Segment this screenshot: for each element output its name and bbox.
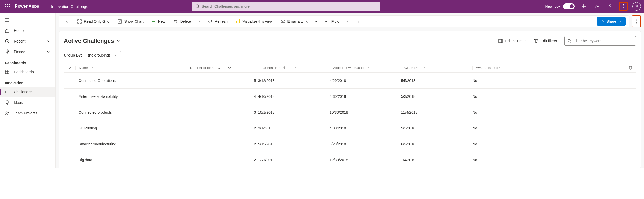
column-header-awards[interactable]: Awards issued?	[472, 66, 625, 70]
flow-split-chevron[interactable]	[343, 17, 352, 26]
table-row[interactable]: Connected Operations53/12/20184/29/20185…	[64, 73, 636, 89]
delete-button[interactable]: Delete	[170, 17, 195, 26]
sidebar: Home Recent Pinned Dashboards Dashboards…	[0, 13, 56, 168]
waffle-icon[interactable]	[3, 2, 12, 11]
cell-accept[interactable]: 5/29/2018	[330, 142, 401, 146]
table-row[interactable]: Big data212/1/201812/30/20181/4/2019No	[64, 152, 636, 168]
sidebar-item-dashboards[interactable]: Dashboards	[0, 67, 55, 77]
edit-filters-button[interactable]: Edit filters	[534, 39, 557, 43]
cell-accept[interactable]: 4/30/2018	[330, 94, 401, 99]
sidebar-item-ideas[interactable]: Ideas	[0, 97, 55, 108]
global-search[interactable]	[192, 2, 380, 11]
cell-launch[interactable]: 3/1/2018	[258, 126, 330, 130]
copilot-header-button[interactable]	[619, 2, 628, 11]
read-only-grid-button[interactable]: Read Only Grid	[73, 17, 113, 26]
cell-ideas[interactable]: 4	[187, 94, 258, 99]
sidebar-item-recent[interactable]: Recent	[0, 36, 55, 47]
select-all-checkbox[interactable]	[64, 66, 75, 70]
edit-columns-button[interactable]: Edit columns	[498, 39, 526, 43]
app-title[interactable]: Innovation Challenge	[48, 4, 88, 9]
share-icon	[600, 19, 604, 24]
cell-launch[interactable]: 12/1/2018	[258, 158, 330, 162]
sidebar-item-challenges[interactable]: Challenges	[0, 87, 55, 97]
svg-point-36	[358, 20, 359, 21]
overflow-button[interactable]	[352, 17, 364, 26]
cell-name[interactable]: Smarter manufacturing	[75, 142, 187, 146]
cell-accept[interactable]: 12/30/2018	[330, 158, 401, 162]
cell-ideas[interactable]: 2	[187, 158, 258, 162]
sidebar-item-home[interactable]: Home	[0, 25, 55, 36]
cell-close[interactable]: 5/3/2018	[401, 126, 472, 130]
avatar[interactable]: ST	[632, 2, 641, 11]
view-selector[interactable]: Active Challenges	[64, 38, 120, 44]
new-look-toggle[interactable]: New look	[545, 3, 575, 9]
new-button[interactable]: New	[148, 17, 169, 26]
flow-button[interactable]: Flow	[321, 17, 343, 26]
grid-icon	[77, 19, 82, 24]
refresh-button[interactable]: Refresh	[204, 17, 231, 26]
cell-name[interactable]: Connected Operations	[75, 78, 187, 83]
table-row[interactable]: 3D Printing23/1/20184/30/20185/3/2018No	[64, 120, 636, 136]
cell-close[interactable]: 5/3/2018	[401, 94, 472, 99]
cell-awards[interactable]: No	[472, 126, 636, 130]
app-name[interactable]: Power Apps	[15, 4, 42, 9]
column-header-close[interactable]: Close Date	[401, 66, 472, 70]
cell-close[interactable]: 1/4/2019	[401, 158, 472, 162]
copilot-panel-button[interactable]	[632, 15, 641, 27]
main-content: Read Only Grid Show Chart New Delete	[56, 13, 644, 168]
cell-launch[interactable]: 10/1/2018	[258, 110, 330, 114]
back-button[interactable]	[61, 17, 73, 26]
cell-awards[interactable]: No	[472, 158, 636, 162]
cell-ideas[interactable]: 3	[187, 110, 258, 114]
cell-close[interactable]: 6/2/2018	[401, 142, 472, 146]
table-row[interactable]: Enterprise sustainability44/16/20184/30/…	[64, 89, 636, 104]
sidebar-item-pinned[interactable]: Pinned	[0, 47, 55, 57]
column-header-name[interactable]: Name	[75, 66, 187, 70]
cell-awards[interactable]: No	[472, 142, 636, 146]
cell-ideas[interactable]: 2	[187, 142, 258, 146]
cell-awards[interactable]: No	[472, 94, 636, 99]
cell-awards[interactable]: No	[472, 110, 636, 114]
search-input[interactable]	[202, 4, 377, 8]
cell-name[interactable]: Big data	[75, 158, 187, 162]
cell-close[interactable]: 11/4/2018	[401, 110, 472, 114]
settings-button[interactable]	[593, 2, 601, 11]
cell-ideas[interactable]: 5	[187, 78, 258, 83]
add-button[interactable]	[579, 2, 588, 11]
divider	[45, 3, 45, 10]
cell-launch[interactable]: 4/16/2018	[258, 94, 330, 99]
delete-split-chevron[interactable]	[195, 17, 204, 26]
filter-input[interactable]	[574, 39, 633, 43]
visualize-button[interactable]: Visualize this view	[232, 17, 276, 26]
chevron-down-icon	[502, 66, 506, 70]
column-header-accept[interactable]: Accept new ideas till	[330, 66, 401, 70]
sidebar-item-team-projects[interactable]: Team Projects	[0, 108, 55, 118]
svg-rect-35	[281, 20, 285, 23]
column-header-ideas[interactable]: Number of ideas	[187, 66, 258, 70]
pin-column-icon[interactable]	[625, 66, 636, 70]
table-row[interactable]: Smarter manufacturing25/15/20185/29/2018…	[64, 136, 636, 152]
share-button[interactable]: Share	[597, 17, 626, 26]
cell-launch[interactable]: 3/12/2018	[258, 78, 330, 83]
cell-name[interactable]: 3D Printing	[75, 126, 187, 130]
filter-input-wrap[interactable]	[564, 36, 636, 46]
show-chart-button[interactable]: Show Chart	[114, 17, 147, 26]
cell-awards[interactable]: No	[472, 78, 636, 83]
cell-accept[interactable]: 4/29/2018	[330, 78, 401, 83]
hamburger-icon[interactable]	[0, 15, 55, 25]
groupby-select[interactable]: (no grouping)	[85, 51, 121, 59]
cell-close[interactable]: 5/5/2018	[401, 78, 472, 83]
cell-name[interactable]: Enterprise sustainability	[75, 94, 187, 99]
clock-icon	[5, 39, 10, 44]
cell-name[interactable]: Connected products	[75, 110, 187, 114]
email-link-button[interactable]: Email a Link	[277, 17, 311, 26]
email-split-chevron[interactable]	[312, 17, 320, 26]
cell-ideas[interactable]: 2	[187, 126, 258, 130]
svg-rect-19	[5, 70, 7, 72]
cell-accept[interactable]: 4/30/2018	[330, 126, 401, 130]
cell-accept[interactable]: 10/30/2018	[330, 110, 401, 114]
help-button[interactable]	[606, 2, 614, 11]
cell-launch[interactable]: 5/15/2018	[258, 142, 330, 146]
column-header-launch[interactable]: Launch date	[258, 66, 330, 70]
table-row[interactable]: Connected products310/1/201810/30/201811…	[64, 104, 636, 120]
